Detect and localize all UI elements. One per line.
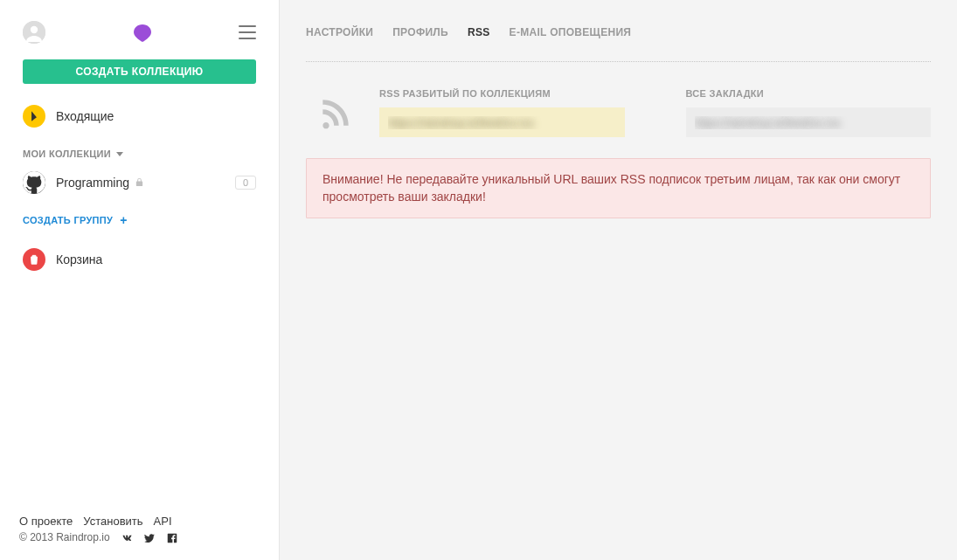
warning-banner: Внимание! Не передавайте уникальный URL … — [306, 158, 931, 218]
footer-api-link[interactable]: API — [154, 515, 172, 528]
svg-point-1 — [31, 26, 38, 33]
rss-section: RSS РАЗБИТЫЙ ПО КОЛЛЕКЦИЯМ ВСЕ ЗАКЛАДКИ — [306, 88, 931, 137]
sidebar: СОЗДАТЬ КОЛЛЕКЦИЮ Входящие МОИ КОЛЛЕКЦИИ… — [0, 0, 280, 560]
rss-by-collections-label: RSS РАЗБИТЫЙ ПО КОЛЛЕКЦИЯМ — [379, 88, 625, 99]
tabs: НАСТРОЙКИ ПРОФИЛЬ RSS E-MAIL ОПОВЕЩЕНИЯ — [306, 26, 931, 62]
github-icon — [23, 171, 45, 194]
lock-icon — [135, 176, 144, 190]
footer-install-link[interactable]: Установить — [83, 515, 142, 528]
group-header-label: МОИ КОЛЛЕКЦИИ — [23, 149, 111, 159]
footer-about-link[interactable]: О проекте — [19, 515, 73, 528]
copyright-text: © 2013 Raindrop.io — [19, 531, 110, 543]
rss-by-collections: RSS РАЗБИТЫЙ ПО КОЛЛЕКЦИЯМ — [379, 88, 625, 137]
rss-url-all-input[interactable] — [686, 107, 932, 137]
footer-links: О проекте Установить API — [19, 515, 260, 528]
inbox-label: Входящие — [56, 109, 114, 123]
tab-settings[interactable]: НАСТРОЙКИ — [306, 26, 373, 38]
collection-label: Programming — [56, 176, 129, 190]
tab-profile[interactable]: ПРОФИЛЬ — [392, 26, 448, 38]
trash-item[interactable]: Корзина — [0, 239, 279, 280]
create-group-label: СОЗДАТЬ ГРУППУ — [23, 215, 113, 225]
rss-icon — [316, 93, 358, 137]
count-badge: 0 — [235, 176, 256, 190]
tab-email-notify[interactable]: E-MAIL ОПОВЕЩЕНИЯ — [510, 26, 632, 38]
sidebar-footer: О проекте Установить API © 2013 Raindrop… — [0, 515, 279, 560]
menu-icon[interactable] — [239, 25, 256, 39]
rss-url-collections-input[interactable] — [379, 107, 625, 137]
vk-icon[interactable] — [120, 532, 134, 544]
tab-rss[interactable]: RSS — [468, 26, 490, 38]
main-content: НАСТРОЙКИ ПРОФИЛЬ RSS E-MAIL ОПОВЕЩЕНИЯ … — [280, 0, 957, 560]
facebook-icon[interactable] — [165, 532, 179, 544]
create-collection-button[interactable]: СОЗДАТЬ КОЛЛЕКЦИЮ — [23, 59, 256, 84]
my-collections-header[interactable]: МОИ КОЛЛЕКЦИИ — [0, 136, 279, 164]
trash-label: Корзина — [56, 252, 102, 266]
chevron-down-icon — [116, 152, 123, 156]
collection-item[interactable]: Programming 0 — [0, 164, 279, 201]
rss-all-bookmarks: ВСЕ ЗАКЛАДКИ — [686, 88, 932, 137]
social-icons — [120, 532, 179, 544]
create-group-button[interactable]: СОЗДАТЬ ГРУППУ + — [0, 201, 279, 239]
plus-icon: + — [120, 213, 127, 227]
rss-all-bookmarks-label: ВСЕ ЗАКЛАДКИ — [686, 88, 932, 99]
logo-icon[interactable] — [129, 22, 156, 43]
inbox-icon — [23, 105, 45, 128]
twitter-icon[interactable] — [142, 532, 156, 544]
trash-icon — [23, 248, 45, 271]
inbox-item[interactable]: Входящие — [0, 96, 279, 136]
sidebar-header — [0, 0, 279, 59]
copyright: © 2013 Raindrop.io — [19, 531, 260, 544]
avatar[interactable] — [23, 21, 45, 44]
